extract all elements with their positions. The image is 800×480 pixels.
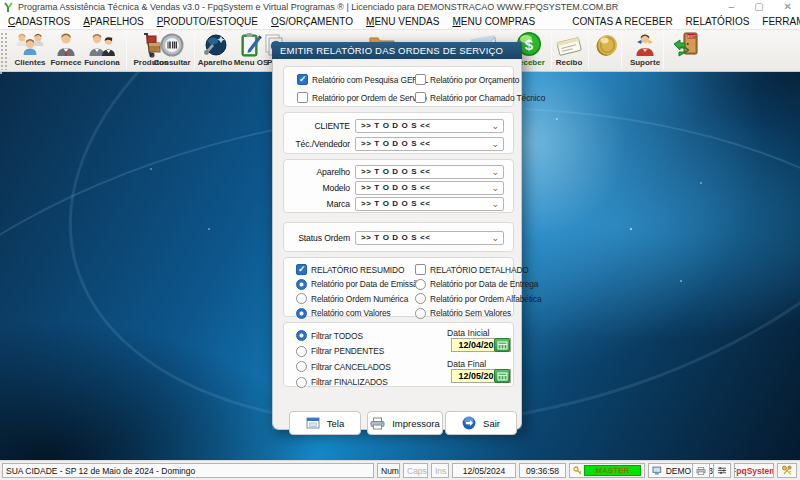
checkbox-icon	[297, 92, 308, 103]
checkbox-chamado-tecnico[interactable]: Relatório por Chamado Técnico	[415, 92, 545, 103]
sair-button[interactable]: Sair	[445, 411, 517, 435]
wallpaper-stars	[0, 72, 2, 74]
radio-filtrar-cancelados[interactable]: Filtrar CANCELADOS	[296, 361, 391, 372]
checkbox-por-orcamento[interactable]: Relatório por Orçamento	[415, 74, 545, 85]
calendar-icon	[497, 372, 508, 381]
radio-com-valores[interactable]: Relatório com Valores	[296, 308, 415, 319]
fornece-button[interactable]: Fornece	[48, 31, 84, 71]
cliente-select[interactable]: >> T O D O S <<⌄	[355, 119, 504, 133]
chevron-down-icon: ⌄	[491, 120, 499, 132]
radio-icon	[415, 293, 426, 304]
printer-icon	[696, 466, 706, 476]
sair-label: Sair	[483, 418, 500, 429]
radio-icon	[296, 308, 307, 319]
master-badge: MASTER	[584, 465, 641, 476]
calendar-final-button[interactable]	[494, 369, 510, 383]
radio-filtrar-finalizados[interactable]: Filtrar FINALIZADOS	[296, 377, 391, 388]
checkbox-detalhado[interactable]: RELATÓRIO DETALHADO	[415, 264, 542, 275]
chevron-down-icon: ⌄	[491, 138, 499, 150]
arrow-exit-icon	[462, 416, 476, 430]
checkbox-resumido[interactable]: RELATÓRIO RESUMIDO	[296, 264, 415, 275]
marca-select-row: Marca >> T O D O S <<⌄	[292, 196, 504, 211]
statusbar-date: 12/05/2024	[452, 463, 516, 478]
tela-label: Tela	[327, 418, 344, 429]
cliente-select-row: CLIENTE >> T O D O S <<⌄	[292, 118, 504, 133]
radio-icon	[296, 293, 307, 304]
radio-data-emissao[interactable]: Relatório por Data de Emissão	[296, 279, 415, 290]
funciona-button[interactable]: Funciona	[82, 31, 122, 71]
radio-filtrar-pendentes[interactable]: Filtrar PENDENTES	[296, 346, 391, 357]
client-vendor-group: CLIENTE >> T O D O S <<⌄ Téc./Vendedor >…	[283, 112, 514, 154]
aparelho-label: Aparelho	[292, 167, 350, 177]
statusbar-city-panel: SUA CIDADE - SP 12 de Maio de 2024 - Dom…	[2, 463, 374, 478]
format-group: RELATÓRIO RESUMIDO RELATÓRIO DETALHADO R…	[283, 257, 514, 317]
data-final-label: Data Final	[447, 359, 486, 369]
radio-icon	[296, 361, 307, 372]
calendar-inicial-button[interactable]	[494, 338, 510, 352]
data-inicial-label: Data Inicial	[447, 328, 490, 338]
fornece-label: Fornece	[50, 58, 81, 68]
clientes-label: Clientes	[14, 58, 45, 68]
checkbox-ordem-servico[interactable]: Relatório por Ordem de Serviço	[297, 92, 415, 103]
checkbox-icon	[415, 74, 426, 85]
statusbar: SUA CIDADE - SP 12 de Maio de 2024 - Dom…	[0, 460, 800, 480]
clientes-button[interactable]: Clientes	[8, 31, 52, 71]
radio-icon	[415, 279, 426, 290]
tela-button[interactable]: Tela	[289, 411, 361, 435]
statusbar-time: 09:36:58	[519, 463, 566, 478]
clients-people-icon	[14, 31, 46, 58]
modelo-select[interactable]: >> T O D O S <<⌄	[355, 181, 504, 195]
chevron-down-icon: ⌄	[491, 166, 499, 178]
checkbox-icon	[415, 92, 426, 103]
radio-icon	[415, 308, 426, 319]
statusbar-ins: Ins	[431, 463, 449, 478]
checkbox-icon	[296, 264, 307, 275]
aparelho-select[interactable]: >> T O D O S <<⌄	[355, 165, 504, 179]
toolbar-separator	[126, 33, 127, 69]
status-ordem-select[interactable]: >> T O D O S <<⌄	[355, 231, 504, 245]
marca-select[interactable]: >> T O D O S <<⌄	[355, 197, 504, 211]
supplier-person-icon	[53, 31, 79, 58]
aparelho-select-row: Aparelho >> T O D O S <<⌄	[292, 164, 504, 179]
radio-icon	[296, 377, 307, 388]
dialog-body: Relatório com Pesquisa GERAL Relatório p…	[272, 59, 522, 430]
report-type-group: Relatório com Pesquisa GERAL Relatório p…	[283, 66, 514, 107]
funciona-label: Funciona	[84, 58, 120, 68]
employees-people-icon	[87, 31, 117, 58]
checkbox-icon	[415, 264, 426, 275]
calendar-icon	[497, 341, 508, 350]
radio-data-entrega[interactable]: Relatório por Data de Entrega	[415, 279, 542, 290]
vendedor-select[interactable]: >> T O D O S <<⌄	[355, 137, 504, 151]
status-ordem-label: Status Ordem	[292, 233, 350, 243]
chevron-down-icon: ⌄	[491, 232, 499, 244]
cliente-label: CLIENTE	[292, 121, 350, 131]
keys-icon	[781, 465, 793, 476]
dialog-titlebar[interactable]: EMITIR RELATÓRIO DAS ORDENS DE SERVIÇO	[272, 42, 522, 59]
radio-ordem-numerica[interactable]: Relatório Ordem Numérica	[296, 293, 415, 304]
statusbar-keys-panel	[777, 463, 797, 478]
menu-cadastros[interactable]: CADASTROS	[8, 16, 70, 27]
status-select-row: Status Ordem >> T O D O S <<⌄	[292, 230, 504, 245]
modelo-select-row: Modelo >> T O D O S <<⌄	[292, 180, 504, 195]
radio-ordem-alfabetica[interactable]: Relatório por Ordem Alfabética	[415, 293, 542, 304]
statusbar-printer-panel[interactable]	[692, 463, 710, 478]
radio-icon	[296, 279, 307, 290]
filter-group: Filtrar TODOS Filtrar PENDENTES Filtrar …	[283, 322, 514, 387]
chevron-down-icon: ⌄	[491, 182, 499, 194]
marca-label: Marca	[292, 199, 350, 209]
sliders-icon	[717, 466, 727, 475]
radio-sem-valores[interactable]: Relatório Sem Valores	[415, 308, 542, 319]
screen-icon	[306, 417, 320, 429]
app-logo-icon	[4, 2, 14, 13]
impressora-button[interactable]: Impressora	[367, 411, 443, 435]
vendedor-label: Téc./Vendedor	[292, 139, 350, 149]
statusbar-settings-panel[interactable]	[713, 463, 731, 478]
vendedor-select-row: Téc./Vendedor >> T O D O S <<⌄	[292, 136, 504, 151]
toolbar-gripper[interactable]	[0, 32, 8, 70]
radio-filtrar-todos[interactable]: Filtrar TODOS	[296, 330, 391, 341]
statusbar-num: Num	[377, 463, 400, 478]
menu-aparelhos[interactable]: APARELHOS	[83, 16, 143, 27]
status-group: Status Ordem >> T O D O S <<⌄	[283, 222, 514, 252]
checkbox-pesquisa-geral[interactable]: Relatório com Pesquisa GERAL	[297, 74, 415, 85]
modelo-label: Modelo	[292, 183, 350, 193]
